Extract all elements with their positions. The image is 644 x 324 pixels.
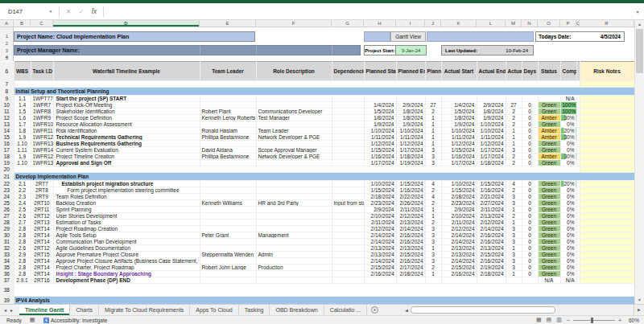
cell-planned-days[interactable]: 1 — [425, 128, 441, 134]
cell-planned-start[interactable]: 2/15/2024 — [364, 265, 396, 271]
cell-comp[interactable]: 0% — [560, 239, 576, 245]
cell-team-leader[interactable]: Robert Plant — [200, 109, 256, 115]
cell-actual-days[interactable]: 1 — [506, 219, 522, 226]
cell-planned-end[interactable]: 2/11/2024 — [396, 207, 425, 213]
cell-planned-end[interactable]: 1/10/2024 — [396, 128, 425, 134]
cell-wbs[interactable]: 2.3 — [14, 194, 31, 200]
cell-comp[interactable]: 0% — [560, 160, 576, 166]
tab-nav-right-icon[interactable]: ► — [10, 308, 16, 313]
cell-actual-start[interactable]: 1/8/2024 — [441, 115, 477, 121]
cell-actual-start[interactable]: 1/11/2024 — [441, 134, 477, 141]
column-letter-A[interactable]: A — [0, 20, 14, 27]
cell-actual-end[interactable]: 1/9/2024 — [477, 115, 506, 121]
cell-planned-end[interactable]: 2/15/2024 — [396, 252, 425, 258]
cell-dependencies[interactable] — [332, 147, 364, 154]
cell-wbs[interactable]: 1.10 — [14, 141, 31, 147]
cell-dependencies[interactable] — [332, 207, 364, 213]
cell-task-name[interactable]: Development Phase (DP) END — [53, 277, 200, 284]
cell-task-name[interactable]: User Stories Development — [53, 213, 200, 219]
cell-actual-start[interactable]: 1/4/2024 — [441, 102, 477, 109]
cell-days-left[interactable]: 0 — [522, 187, 538, 194]
cell-planned-days[interactable]: 2 — [425, 219, 441, 226]
row-number[interactable]: 19 — [0, 160, 14, 166]
name-box[interactable]: D147 — [5, 6, 45, 18]
cell-actual-days[interactable]: 2 — [506, 121, 522, 128]
cell-status[interactable]: Green — [538, 213, 560, 219]
cell-team-leader[interactable]: Phillipa Bestannione — [200, 134, 256, 141]
sheet-tab-tasking[interactable]: Tasking — [239, 305, 270, 315]
cell-task-id[interactable]: 1WFR14 — [31, 147, 53, 154]
cell-days-left[interactable] — [522, 96, 538, 102]
cell-role-description[interactable]: Network Developer & PGE — [256, 134, 332, 141]
cell-planned-end[interactable]: 1/16/2024 — [396, 187, 425, 194]
cell-wbs[interactable]: 1.11 — [14, 147, 31, 154]
row-number[interactable]: 32 — [0, 245, 14, 252]
cell-actual-start[interactable]: 2/16/2024 — [441, 271, 477, 277]
cell-risk-notes[interactable] — [580, 128, 634, 134]
row-number[interactable]: 14 — [0, 128, 14, 134]
project-name-cell[interactable]: Project Name: Cloud Implementation Plan — [14, 31, 255, 42]
cell-task-name[interactable]: Agile Tools Setup — [53, 232, 200, 239]
cell-days-left[interactable]: 0 — [522, 258, 538, 265]
cell-comp[interactable]: 0% — [560, 245, 576, 252]
cell-task-id[interactable]: 2RT14 — [31, 271, 53, 277]
cell-role-description[interactable]: HR and 3rd Party — [256, 200, 332, 207]
cell-dependencies[interactable] — [332, 96, 364, 102]
cell-days-left[interactable]: 0 — [522, 219, 538, 226]
cell-actual-days[interactable]: 3 — [506, 265, 522, 271]
cell-role-description[interactable] — [256, 277, 332, 284]
cell-team-leader[interactable]: Phillipa Bestannione — [200, 154, 256, 160]
cell-status[interactable]: Green — [538, 245, 560, 252]
cell-risk-notes[interactable] — [580, 81, 634, 88]
cell-actual-days[interactable]: 2 — [506, 187, 522, 194]
cell-planned-start[interactable]: 2/23/2024 — [364, 200, 396, 207]
cell-actual-days[interactable]: 1 — [506, 134, 522, 141]
cell-planned-days[interactable]: 1 — [425, 271, 441, 277]
cell-dependencies[interactable] — [332, 226, 364, 232]
cell-comp[interactable]: N/A — [560, 96, 576, 102]
cell-dependencies[interactable] — [332, 102, 364, 109]
cell-wbs[interactable]: 2.8 — [14, 226, 31, 232]
cell-planned-start[interactable] — [364, 96, 396, 102]
column-letter-O[interactable]: O — [538, 20, 560, 27]
cell-days-left[interactable]: 0 — [522, 128, 538, 134]
cell-task-id[interactable]: 1WFR7 — [31, 102, 53, 109]
column-letter-F[interactable]: F — [256, 20, 332, 27]
cell-status[interactable]: Green — [538, 226, 560, 232]
cell-task-id[interactable]: 2RT14 — [31, 258, 53, 265]
cell-task-name[interactable]: Project Kick-Off Meeting — [53, 102, 200, 109]
cell-days-left[interactable] — [522, 277, 538, 284]
scroll-down-icon[interactable]: ▼ — [635, 296, 644, 304]
cell-team-leader[interactable]: Robert John Lange — [200, 265, 256, 271]
cell-team-leader[interactable] — [200, 181, 256, 187]
cell-planned-end[interactable]: 1/19/2024 — [396, 160, 425, 166]
cell-actual-days[interactable] — [506, 277, 522, 284]
cell-planned-end[interactable]: 1/18/2024 — [396, 154, 425, 160]
cell-dependencies[interactable] — [332, 141, 364, 147]
section-header[interactable]: IPV4 Analysis — [14, 297, 634, 305]
cell-planned-days[interactable]: 4 — [425, 194, 441, 200]
cell-status[interactable] — [538, 96, 560, 102]
cell-role-description[interactable]: Communications Developer — [256, 109, 332, 115]
cell-task-name[interactable]: Resource Allocation Assessment — [53, 121, 200, 128]
cell-planned-start[interactable]: 1/17/2024 — [364, 160, 396, 166]
cell-days-left[interactable]: 0 — [522, 232, 538, 239]
cell-dependencies[interactable] — [332, 109, 364, 115]
cell-days-left[interactable]: 0 — [522, 265, 538, 271]
row-number[interactable]: 23 — [0, 187, 14, 194]
row-number[interactable]: 34 — [0, 258, 14, 265]
cell-actual-start[interactable]: 2/12/2024 — [441, 226, 477, 232]
cell-risk-notes[interactable] — [580, 258, 634, 265]
cell-risk-notes[interactable] — [580, 109, 634, 115]
cell-actual-days[interactable] — [506, 96, 522, 102]
cell-task-name[interactable]: Business Requirements Gathering — [53, 141, 200, 147]
cell-task-name[interactable]: Project Charter, Project Roadmap — [53, 265, 200, 271]
todays-date-value[interactable]: 4/5/2024 — [601, 32, 624, 41]
cell-actual-start[interactable]: 2/14/2024 — [441, 239, 477, 245]
view-page-break-icon[interactable]: ▥ — [556, 317, 562, 323]
cell-status[interactable]: Green — [538, 252, 560, 258]
cell-team-leader[interactable] — [200, 271, 256, 277]
cell-planned-end[interactable]: 2/22/2024 — [396, 194, 425, 200]
cell-actual-start[interactable]: 2/14/2024 — [441, 258, 477, 265]
cell-actual-end[interactable]: 1/11/2024 — [477, 134, 506, 141]
